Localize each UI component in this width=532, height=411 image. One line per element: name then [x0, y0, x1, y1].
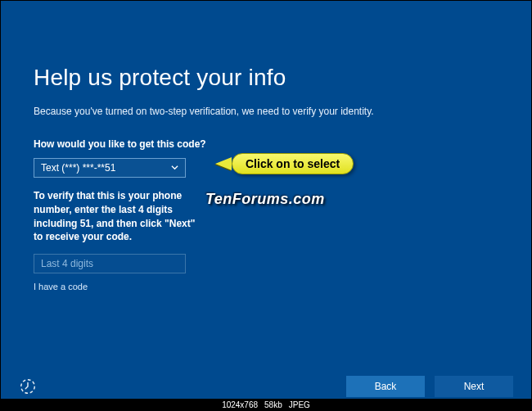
- subtext: Because you've turned on two-step verifi…: [34, 106, 498, 117]
- code-method-selected: Text (***) ***-**51: [41, 162, 115, 174]
- back-button[interactable]: Back: [346, 376, 425, 397]
- meta-format: JPEG: [289, 400, 310, 409]
- chevron-down-icon: [171, 162, 178, 174]
- image-meta-strip: 1024x768 58kb JPEG: [1, 399, 531, 410]
- i-have-a-code-link[interactable]: I have a code: [34, 282, 88, 291]
- code-method-select[interactable]: Text (***) ***-**51: [34, 158, 186, 178]
- meta-dimensions: 1024x768: [222, 400, 258, 409]
- verify-instructions: To verify that this is your phone number…: [34, 189, 197, 244]
- last-4-digits-input[interactable]: [34, 254, 186, 273]
- next-button[interactable]: Next: [435, 376, 513, 397]
- meta-size: 58kb: [264, 400, 282, 409]
- page-title: Help us protect your info: [34, 65, 498, 91]
- ease-of-access-icon[interactable]: [19, 377, 37, 395]
- code-method-label: How would you like to get this code?: [34, 138, 498, 150]
